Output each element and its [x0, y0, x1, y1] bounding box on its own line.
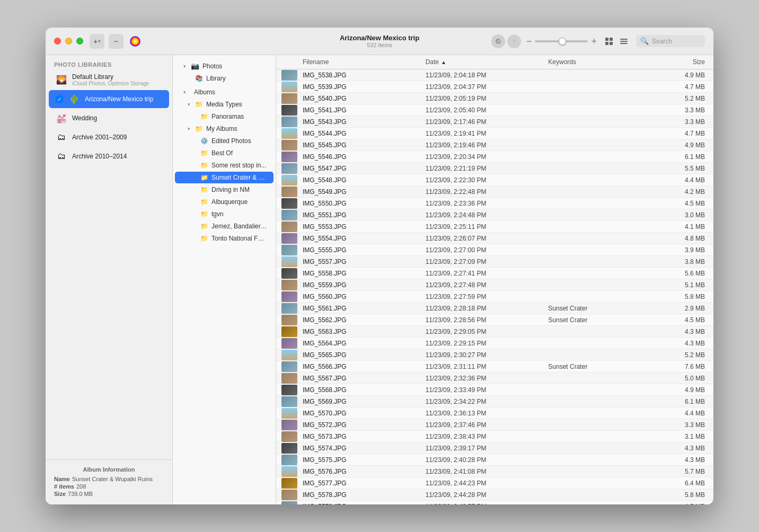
- album-info-panel: Album Information Name Sunset Crater & W…: [46, 459, 172, 504]
- best-of-icon: 📁: [200, 149, 208, 157]
- zoom-control: − +: [526, 37, 597, 46]
- table-row[interactable]: IMG_5565.JPG11/23/09, 2:30:27 PM5.2 MB: [276, 349, 713, 361]
- albums-disclosure[interactable]: [181, 89, 188, 95]
- thumbnail-image: [281, 140, 297, 150]
- nav-tonto[interactable]: 📁 Tonto National For...: [175, 233, 273, 244]
- table-row[interactable]: IMG_5570.JPG11/23/09, 2:36:13 PM4.4 MB: [276, 407, 713, 419]
- table-row[interactable]: IMG_5553.JPG11/23/09, 2:25:11 PM4.1 MB: [276, 221, 713, 233]
- zoom-slider-thumb[interactable]: [559, 38, 566, 45]
- album-info-items-row: # items 208: [54, 483, 164, 490]
- close-button[interactable]: [54, 38, 61, 45]
- nav-sunset-crater[interactable]: 📁 Sunset Crater & W...: [175, 172, 273, 183]
- library-icon: 📚: [195, 75, 203, 82]
- table-row[interactable]: IMG_5561.JPG11/23/09, 2:28:18 PMSunset C…: [276, 303, 713, 314]
- file-size: 4.5 MB: [671, 200, 713, 207]
- table-row[interactable]: IMG_5568.JPG11/23/09, 2:33:49 PM4.9 MB: [276, 384, 713, 396]
- add-button[interactable]: + ▾: [90, 34, 104, 49]
- nav-photos[interactable]: 📷 Photos: [175, 60, 273, 72]
- table-row[interactable]: IMG_5574.JPG11/23/09, 2:39:17 PM4.3 MB: [276, 442, 713, 454]
- nav-some-rest[interactable]: 📁 Some rest stop in...: [175, 159, 273, 171]
- nav-jemez[interactable]: 📁 Jemez, Bandalier,...: [175, 220, 273, 232]
- file-thumbnail: [276, 152, 303, 162]
- main-content: Photo Libraries 🌄 Default Library iCloud…: [46, 55, 713, 504]
- table-row[interactable]: IMG_5560.JPG11/23/09, 2:27:59 PM5.8 MB: [276, 291, 713, 303]
- photos-disclosure[interactable]: [181, 63, 188, 69]
- table-row[interactable]: IMG_5543.JPG11/23/09, 2:17:46 PM3.3 MB: [276, 116, 713, 128]
- nav-panoramas[interactable]: 📁 Panoramas: [175, 111, 273, 122]
- table-row[interactable]: IMG_5558.JPG11/23/09, 2:27:41 PM5.6 MB: [276, 268, 713, 279]
- table-row[interactable]: IMG_5575.JPG11/23/09, 2:40:28 PM4.3 MB: [276, 454, 713, 466]
- photos-icon: 📷: [191, 62, 199, 70]
- file-size: 7.6 MB: [671, 363, 713, 370]
- sidebar-item-wedding[interactable]: 💒 Wedding: [49, 109, 169, 127]
- table-row[interactable]: IMG_5562.JPG11/23/09, 2:28:56 PMSunset C…: [276, 314, 713, 326]
- col-date-header[interactable]: Date ▲: [426, 58, 549, 66]
- sidebar-item-arizona[interactable]: ✓ 🌵 Arizona/New Mexico trip: [49, 90, 169, 108]
- table-row[interactable]: IMG_5572.JPG11/23/09, 2:37:46 PM3.3 MB: [276, 419, 713, 431]
- table-row[interactable]: IMG_5550.JPG11/23/09, 2:23:36 PM4.5 MB: [276, 198, 713, 209]
- table-row[interactable]: IMG_5548.JPG11/23/09, 2:22:30 PM4.4 MB: [276, 174, 713, 186]
- col-size-header[interactable]: Size: [671, 58, 713, 66]
- my-albums-disclosure[interactable]: [186, 126, 192, 132]
- table-row[interactable]: IMG_5566.JPG11/23/09, 2:31:11 PMSunset C…: [276, 361, 713, 373]
- table-row[interactable]: IMG_5539.JPG11/23/09, 2:04:37 PM4.7 MB: [276, 81, 713, 93]
- table-row[interactable]: IMG_5564.JPG11/23/09, 2:29:15 PM4.3 MB: [276, 338, 713, 349]
- nav-back-button[interactable]: ↺: [491, 34, 505, 48]
- file-size: 3.3 MB: [671, 118, 713, 126]
- file-name: IMG_5544.JPG: [303, 130, 426, 137]
- maximize-button[interactable]: [76, 38, 83, 45]
- content-area: Filename Date ▲ Keywords Size IMG_5538.J…: [276, 55, 713, 504]
- search-box[interactable]: 🔍 Search: [636, 35, 705, 47]
- table-row[interactable]: IMG_5555.JPG11/23/09, 2:27:00 PM3.9 MB: [276, 244, 713, 256]
- nav-albums[interactable]: Albums: [175, 86, 273, 98]
- nav-forward-button[interactable]: ↑: [507, 34, 521, 48]
- file-size: 4.4 MB: [671, 176, 713, 184]
- table-row[interactable]: IMG_5576.JPG11/23/09, 2:41:08 PM5.7 MB: [276, 466, 713, 477]
- table-row[interactable]: IMG_5578.JPG11/23/09, 2:44:28 PM5.8 MB: [276, 489, 713, 501]
- sidebar-item-archive2001[interactable]: 🗂 Archive 2001–2009: [49, 128, 169, 146]
- table-row[interactable]: IMG_5557.JPG11/23/09, 2:27:09 PM3.8 MB: [276, 256, 713, 268]
- grid-view-button[interactable]: [602, 34, 616, 48]
- table-row[interactable]: IMG_5545.JPG11/23/09, 2:19:46 PM4.9 MB: [276, 139, 713, 151]
- sidebar-item-archive2010[interactable]: 🗂 Archive 2010–2014: [49, 147, 169, 165]
- table-row[interactable]: IMG_5544.JPG11/23/09, 2:19:41 PM4.7 MB: [276, 128, 713, 139]
- sidebar-item-default[interactable]: 🌄 Default Library iCloud Photos, Optimiz…: [49, 70, 169, 89]
- zoom-in-button[interactable]: +: [591, 37, 597, 46]
- file-name: IMG_5579.JPG: [303, 503, 426, 505]
- nav-driving-nm[interactable]: 📁 Driving in NM: [175, 184, 273, 196]
- table-row[interactable]: IMG_5540.JPG11/23/09, 2:05:19 PM5.2 MB: [276, 93, 713, 104]
- nav-albuquerque[interactable]: 📁 Albuquerque: [175, 196, 273, 208]
- table-row[interactable]: IMG_5577.JPG11/23/09, 2:44:23 PM6.4 MB: [276, 477, 713, 489]
- table-row[interactable]: IMG_5559.JPG11/23/09, 2:27:48 PM5.1 MB: [276, 279, 713, 291]
- nav-library[interactable]: 📚 Library: [175, 73, 273, 84]
- table-row[interactable]: IMG_5549.JPG11/23/09, 2:22:48 PM4.2 MB: [276, 186, 713, 198]
- nav-best-of[interactable]: 📁 Best Of: [175, 147, 273, 159]
- table-row[interactable]: IMG_5538.JPG11/23/09, 2:04:18 PM4.9 MB: [276, 69, 713, 81]
- table-row[interactable]: IMG_5554.JPG11/23/09, 2:26:07 PM4.8 MB: [276, 233, 713, 244]
- nav-edited-photos[interactable]: ⚙️ Edited Photos: [175, 135, 273, 147]
- table-row[interactable]: IMG_5573.JPG11/23/09, 2:38:43 PM3.1 MB: [276, 431, 713, 442]
- file-size: 3.9 MB: [671, 246, 713, 254]
- thumbnail-image: [281, 82, 297, 92]
- minimize-button[interactable]: [65, 38, 72, 45]
- table-row[interactable]: IMG_5547.JPG11/23/09, 2:21:19 PM5.5 MB: [276, 163, 713, 174]
- nav-my-albums[interactable]: 📁 My Albums: [175, 123, 273, 135]
- zoom-out-button[interactable]: −: [526, 37, 532, 46]
- file-thumbnail: [276, 187, 303, 197]
- table-row[interactable]: IMG_5541.JPG11/23/09, 2:05:40 PM3.3 MB: [276, 104, 713, 116]
- file-date: 11/23/09, 2:19:41 PM: [426, 130, 549, 137]
- col-keywords-header[interactable]: Keywords: [548, 58, 671, 66]
- table-row[interactable]: IMG_5567.JPG11/23/09, 2:32:36 PM5.0 MB: [276, 373, 713, 384]
- media-types-disclosure[interactable]: [186, 101, 192, 108]
- table-row[interactable]: IMG_5551.JPG11/23/09, 2:24:48 PM3.0 MB: [276, 209, 713, 221]
- remove-button[interactable]: −: [109, 34, 123, 49]
- col-filename-header[interactable]: Filename: [303, 58, 426, 66]
- table-row[interactable]: IMG_5546.JPG11/23/09, 2:20:34 PM6.1 MB: [276, 151, 713, 163]
- zoom-slider[interactable]: [535, 40, 588, 42]
- table-row[interactable]: IMG_5579.JPG11/23/09, 2:48:57 PM4.5 MB: [276, 501, 713, 504]
- nav-tgvn[interactable]: 📁 tgvn: [175, 208, 273, 220]
- table-row[interactable]: IMG_5569.JPG11/23/09, 2:34:22 PM6.1 MB: [276, 396, 713, 407]
- list-view-button[interactable]: [617, 34, 631, 48]
- table-row[interactable]: IMG_5563.JPG11/23/09, 2:29:05 PM4.3 MB: [276, 326, 713, 338]
- nav-media-types[interactable]: 📁 Media Types: [175, 99, 273, 110]
